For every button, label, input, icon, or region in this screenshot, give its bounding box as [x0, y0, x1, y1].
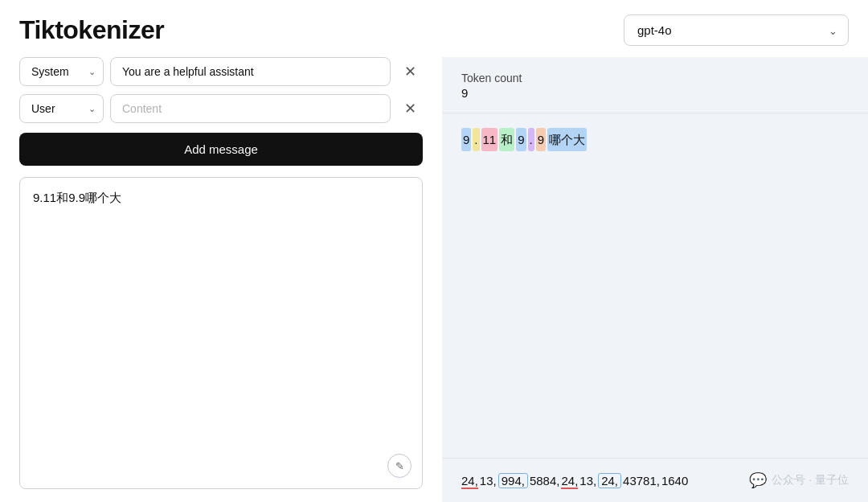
tokenized-text-box: 9.11和9.9哪个大 — [442, 113, 868, 459]
token-8: 哪个大 — [547, 128, 587, 151]
token-id-2: 13, — [480, 474, 497, 488]
token-3: 11 — [481, 128, 498, 151]
token-count-box: Token count 9 — [442, 57, 868, 113]
token-4: 和 — [499, 128, 514, 151]
token-id-8: 43781, — [623, 474, 660, 488]
user-content-input[interactable] — [110, 94, 391, 123]
token-id-4: 5884, — [530, 474, 560, 488]
watermark: 💬 公众号 · 量子位 — [749, 471, 849, 489]
main-textarea-wrapper: 9.11和9.9哪个大 ✎ — [19, 177, 423, 489]
token-id-9: 1640 — [661, 474, 688, 488]
token-id-7: 24, — [598, 473, 621, 488]
main-textarea[interactable]: 9.11和9.9哪个大 — [19, 177, 423, 489]
main-layout: System User Assistant ⌄ ✕ User System As… — [0, 57, 868, 502]
model-select-wrapper: gpt-4o gpt-4 gpt-3.5-turbo text-davinci-… — [624, 14, 849, 46]
token-count-value: 9 — [461, 86, 849, 100]
left-panel: System User Assistant ⌄ ✕ User System As… — [0, 57, 442, 502]
model-select[interactable]: gpt-4o gpt-4 gpt-3.5-turbo text-davinci-… — [624, 14, 849, 46]
token-id-1: 24, — [461, 474, 478, 489]
watermark-text: 公众号 · 量子位 — [772, 473, 849, 488]
token-2: . — [473, 128, 479, 151]
user-message-row: User System Assistant ⌄ ✕ — [19, 94, 423, 123]
token-6: . — [528, 128, 534, 151]
header: Tiktokenizer gpt-4o gpt-4 gpt-3.5-turbo … — [0, 0, 868, 57]
system-role-wrapper: System User Assistant ⌄ — [19, 57, 104, 86]
token-count-label: Token count — [461, 72, 849, 84]
user-role-select[interactable]: User System Assistant — [19, 94, 104, 123]
token-id-5: 24, — [561, 474, 578, 489]
system-message-row: System User Assistant ⌄ ✕ — [19, 57, 423, 86]
tokenized-text: 9.11和9.9哪个大 — [461, 128, 849, 151]
system-close-button[interactable]: ✕ — [397, 59, 423, 84]
token-5: 9 — [516, 128, 526, 151]
app-title: Tiktokenizer — [19, 15, 164, 45]
token-1: 9 — [461, 128, 471, 151]
token-id-6: 13, — [579, 474, 596, 488]
token-id-3: 994, — [498, 473, 528, 488]
system-role-select[interactable]: System User Assistant — [19, 57, 104, 86]
system-content-input[interactable] — [110, 57, 391, 86]
right-panel: Token count 9 9.11和9.9哪个大 24, 13, 994, 5… — [442, 57, 868, 502]
user-close-button[interactable]: ✕ — [397, 96, 423, 121]
edit-icon[interactable]: ✎ — [387, 454, 411, 478]
user-role-wrapper: User System Assistant ⌄ — [19, 94, 104, 123]
add-message-button[interactable]: Add message — [19, 133, 423, 166]
wechat-icon: 💬 — [749, 471, 767, 489]
token-7: 9 — [536, 128, 546, 151]
